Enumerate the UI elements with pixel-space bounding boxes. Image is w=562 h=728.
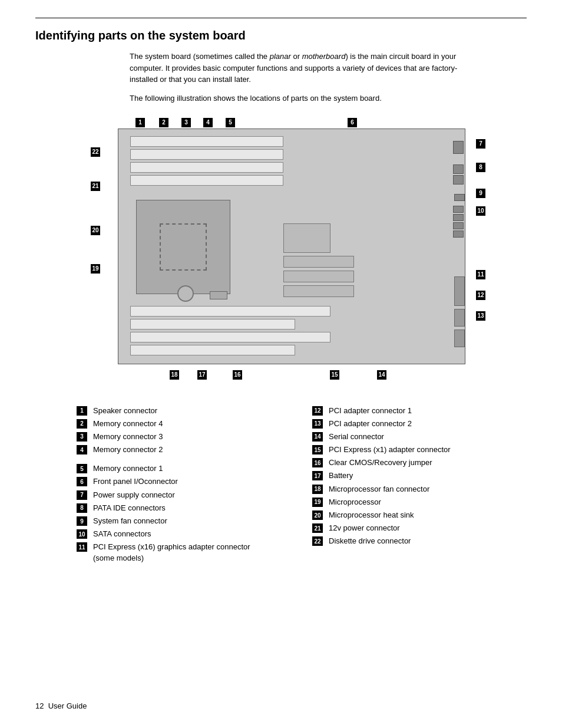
- legend-left-col: 1 Speaker connector 2 Memory connector 4…: [71, 406, 306, 566]
- legend-badge-17: 17: [312, 471, 323, 480]
- intro-em-motherboard: motherboard: [302, 52, 346, 61]
- diagram-caption: The following illustration shows the loc…: [130, 94, 527, 103]
- legend-text-8: PATA IDE connectors: [93, 503, 166, 513]
- legend-text-16: Clear CMOS/Recovery jumper: [329, 457, 432, 468]
- legend-item-15: 15 PCI Express (x1) adapter connector: [312, 444, 536, 455]
- small-connector: [210, 291, 227, 299]
- sata-3: [453, 222, 464, 229]
- legend-text-2: Memory connector 4: [93, 419, 163, 429]
- intro-text-2: or: [291, 52, 302, 61]
- legend-badge-2: 2: [77, 419, 87, 429]
- top-rule: [35, 18, 527, 18]
- legend-badge-19: 19: [312, 498, 323, 507]
- legend-text-20: Microprocessor heat sink: [329, 510, 414, 521]
- legend-item-13: 13 PCI adapter connector 2: [312, 419, 536, 429]
- footer: 12 User Guide: [35, 701, 87, 710]
- sata-4: [453, 230, 464, 238]
- mid-connector-2: [283, 256, 354, 268]
- pci-right-3: [454, 330, 465, 347]
- legend-badge-5: 5: [77, 464, 87, 473]
- legend-item-16: 16 Clear CMOS/Recovery jumper: [312, 457, 536, 468]
- port-8b: [453, 175, 464, 185]
- legend-badge-7: 7: [77, 490, 87, 500]
- legend-text-22: Diskette drive connector: [329, 536, 411, 546]
- legend-item-17: 17 Battery: [312, 470, 536, 481]
- footer-label: User Guide: [48, 701, 87, 710]
- sata-2: [453, 214, 464, 221]
- legend-item-22: 22 Diskette drive connector: [312, 536, 536, 546]
- badge-20: 20: [91, 226, 100, 235]
- legend-item-4: 4 Memory connector 2: [77, 444, 300, 455]
- legend-badge-13: 13: [312, 419, 323, 429]
- legend-badge-22: 22: [312, 536, 323, 546]
- footer-page-num: 12: [35, 701, 44, 710]
- legend-badge-18: 18: [312, 485, 323, 494]
- slot-3: [130, 162, 283, 173]
- legend-badge-15: 15: [312, 445, 323, 454]
- legend-item-19: 19 Microprocessor: [312, 497, 536, 508]
- board-area: [118, 129, 465, 364]
- badge-21: 21: [91, 182, 100, 191]
- slot-4: [130, 175, 283, 186]
- badge-11: 11: [476, 270, 485, 279]
- legend-text-19: Microprocessor: [329, 497, 381, 508]
- legend-text-15: PCI Express (x1) adapter connector: [329, 444, 451, 455]
- right-ports-mid: [453, 164, 465, 185]
- badge-15: 15: [330, 370, 339, 380]
- legend-text-18: Microprocessor fan connector: [329, 484, 429, 495]
- parts-legend: 1 Speaker connector 2 Memory connector 4…: [71, 406, 542, 566]
- badge-18: 18: [170, 370, 179, 380]
- legend-badge-16: 16: [312, 458, 323, 467]
- badge-22: 22: [91, 147, 100, 157]
- legend-item-7: 7 Power supply connector: [77, 490, 300, 500]
- system-board-diagram: 1 2 3 4 5 6 22 21 20 19 7 8 9 10 11 12 1…: [82, 111, 542, 394]
- legend-badge-11: 11: [77, 542, 87, 552]
- legend-text-17: Battery: [329, 470, 353, 481]
- intro-em-planar: planar: [270, 52, 291, 61]
- legend-badge-9: 9: [77, 516, 87, 526]
- legend-badge-10: 10: [77, 529, 87, 539]
- badge-10: 10: [476, 206, 485, 216]
- legend-item-9: 9 System fan connector: [77, 516, 300, 526]
- legend-badge-20: 20: [312, 510, 323, 520]
- legend-item-2: 2 Memory connector 4: [77, 419, 300, 429]
- legend-badge-14: 14: [312, 432, 323, 442]
- legend-right-col: 12 PCI adapter connector 1 13 PCI adapte…: [306, 406, 542, 566]
- legend-item-3: 3 Memory connector 3: [77, 431, 300, 442]
- legend-text-13: PCI adapter connector 2: [329, 419, 412, 429]
- legend-text-3: Memory connector 3: [93, 431, 163, 442]
- legend-text-11: PCI Express (x16) graphics adapter conne…: [93, 542, 250, 563]
- pci-right-2: [454, 309, 465, 327]
- page: Identifying parts on the system board Th…: [0, 0, 562, 589]
- badge-8: 8: [476, 163, 485, 172]
- legend-badge-1: 1: [77, 406, 87, 416]
- pci-slot-4: [130, 345, 295, 355]
- badge-13: 13: [476, 311, 485, 321]
- legend-text-12: PCI adapter connector 1: [329, 406, 412, 416]
- legend-text-10: SATA connectors: [93, 529, 151, 539]
- legend-item-14: 14 Serial connector: [312, 431, 536, 442]
- legend-item-6: 6 Front panel I/Oconnector: [77, 476, 300, 487]
- right-ports-sata: [453, 206, 465, 238]
- badge-14: 14: [377, 370, 386, 380]
- legend-item-12: 12 PCI adapter connector 1: [312, 406, 536, 416]
- badge-16: 16: [233, 370, 242, 380]
- legend-item-5: 5 Memory connector 1: [77, 463, 300, 474]
- badge-2: 2: [159, 118, 168, 127]
- badge-1: 1: [135, 118, 145, 127]
- badge-4: 4: [203, 118, 213, 127]
- legend-badge-12: 12: [312, 406, 323, 416]
- legend-item-11: 11 PCI Express (x16) graphics adapter co…: [77, 542, 300, 563]
- legend-item-10: 10 SATA connectors: [77, 529, 300, 539]
- legend-item-18: 18 Microprocessor fan connector: [312, 484, 536, 495]
- port-8a: [453, 164, 464, 174]
- battery-symbol: [177, 285, 194, 302]
- sata-1: [453, 206, 464, 213]
- pci-slot-2: [130, 319, 295, 330]
- intro-paragraph: The system board (sometimes called the p…: [130, 51, 471, 85]
- slot-1: [130, 136, 283, 147]
- legend-item-21: 21 12v power connector: [312, 523, 536, 533]
- legend-text-9: System fan connector: [93, 516, 167, 526]
- legend-text-21: 12v power connector: [329, 523, 400, 533]
- legend-badge-3: 3: [77, 432, 87, 442]
